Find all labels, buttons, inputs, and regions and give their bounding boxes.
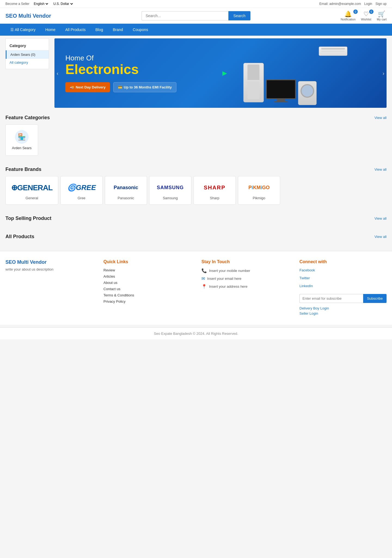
footer-link-review[interactable]: Review: [103, 268, 191, 272]
footer-link-privacy[interactable]: Privacy Policy: [103, 299, 191, 303]
footer-link-terms[interactable]: Terms & Conditions: [103, 293, 191, 297]
brand-name-panasonic: Panasonic: [111, 196, 141, 200]
notification-icon-container[interactable]: 🔔 0 Notification: [341, 11, 356, 21]
category-card-label: Arden Sears: [11, 146, 32, 150]
banner-prev-arrow[interactable]: ‹: [57, 70, 59, 76]
nav-brand[interactable]: Brand: [108, 24, 128, 36]
brand-card-pikmigo[interactable]: PiKMiGO Pikmigo: [238, 176, 280, 205]
brand-logo-sharp: SHARP: [199, 181, 230, 194]
subscribe-email-input[interactable]: [299, 294, 363, 303]
category-card-arden-sears[interactable]: 🏪 Arden Sears: [5, 124, 38, 156]
top-selling-view-all[interactable]: View all: [374, 216, 387, 220]
footer-stay-col: Stay In Touch 📞 Insert your mobile numbe…: [201, 259, 289, 317]
top-selling-header: Top Selling Product View all: [5, 216, 387, 221]
sidebar-item-arden-sears[interactable]: Arden Sears (0): [6, 50, 49, 59]
stay-phone: 📞 Insert your mobile number: [201, 268, 289, 273]
card-icon: 💳: [118, 85, 122, 89]
footer-bottom: Seo Expate Bangladesh © 2024. All Rights…: [0, 327, 392, 339]
email-icon: ✉: [201, 276, 205, 281]
search-button[interactable]: Search: [228, 11, 250, 20]
footer-quicklinks-col: Quick Links Review Articles About us Con…: [103, 259, 191, 317]
footer-link-articles[interactable]: Articles: [103, 274, 191, 278]
search-input[interactable]: [142, 11, 229, 20]
cart-icon-container[interactable]: 🛒 My cart: [377, 11, 387, 21]
subscribe-row: Subscribe: [299, 294, 387, 303]
menu-icon: ☰: [10, 27, 14, 32]
banner-next-arrow[interactable]: ›: [382, 70, 384, 76]
brand-card-sharp[interactable]: SHARP Sharp: [194, 176, 236, 205]
sidebar: Category Arden Sears (0) All category: [5, 38, 49, 69]
footer-quicklinks-title: Quick Links: [103, 259, 191, 264]
brand-card-panasonic[interactable]: Panasonic Panasonic: [105, 176, 147, 205]
truck-icon: 🚚: [70, 85, 74, 89]
footer-connect-title: Connect with: [299, 259, 387, 264]
sidebar-all-category[interactable]: All category: [6, 59, 49, 66]
brand-logo-general: ⊕GENERAL: [11, 181, 53, 194]
connect-links: Facebook Twitter LinkedIn: [299, 268, 387, 290]
top-selling-section: Top Selling Product View all: [0, 211, 392, 227]
copyright-text: Seo Expate Bangladesh © 2024. All Rights…: [154, 332, 238, 336]
stay-phone-text: Insert your mobile number: [209, 269, 250, 273]
banner-line1: Home Of: [65, 54, 176, 62]
ac-illustration: [319, 47, 347, 56]
notification-badge: 0: [353, 10, 358, 14]
fridge-illustration: [243, 63, 264, 102]
navbar: ☰ All Category Home All Products Blog Br…: [0, 24, 392, 36]
wishlist-icon-container[interactable]: ♡ 0 Wishlist: [361, 11, 371, 21]
feature-categories-section: Feature Categories View all 🏪 Arden Sear…: [0, 111, 392, 158]
footer-logo: SEO Multi Vendor: [5, 259, 93, 265]
cart-label: My cart: [377, 18, 387, 21]
footer-grid: SEO Multi Vendor write your about us des…: [5, 259, 387, 317]
nav-blog[interactable]: Blog: [90, 24, 108, 36]
delivery-boy-login-link[interactable]: Delivery Boy Login: [299, 306, 387, 310]
footer-connect-col: Connect with Facebook Twitter LinkedIn S…: [299, 259, 387, 317]
all-products-view-all[interactable]: View all: [374, 235, 387, 239]
all-products-header: All Products View all: [5, 234, 387, 240]
nav-coupons[interactable]: Coupons: [128, 24, 153, 36]
nav-all-products[interactable]: All Products: [60, 24, 91, 36]
notification-label: Notification: [341, 18, 356, 21]
login-link[interactable]: Login: [364, 2, 372, 6]
feature-categories-view-all[interactable]: View all: [374, 116, 387, 120]
brand-logo-pikmigo: PiKMiGO: [244, 181, 274, 194]
subscribe-button[interactable]: Subscribe: [363, 294, 387, 303]
search-bar: Search: [142, 11, 250, 20]
become-seller-link[interactable]: Become a Seller: [5, 2, 29, 6]
footer-about-col: SEO Multi Vendor write your about us des…: [5, 259, 93, 317]
currency-select[interactable]: U.S. Dollar: [52, 2, 74, 6]
feature-categories-title: Feature Categories: [5, 115, 50, 121]
footer-twitter-link[interactable]: Twitter: [299, 276, 387, 280]
feature-brands-section: Feature Brands View all ⊕GENERAL General…: [0, 162, 392, 207]
categories-grid: 🏪 Arden Sears: [5, 124, 387, 156]
footer-link-contact[interactable]: Contact us: [103, 287, 191, 291]
brand-name-sharp: Sharp: [199, 196, 230, 200]
brand-name-general: General: [11, 196, 53, 200]
seller-login-link[interactable]: Seller Login: [299, 311, 387, 315]
site-logo[interactable]: SEO Multi Vendor: [5, 13, 51, 19]
nav-all-category[interactable]: ☰ All Category: [5, 24, 40, 36]
top-bar-right: Email: admin@example.com Login Sign up: [319, 2, 387, 6]
cart-icon: 🛒: [377, 11, 387, 18]
brand-name-pikmigo: Pikmigo: [244, 196, 274, 200]
footer-facebook-link[interactable]: Facebook: [299, 268, 387, 272]
brand-card-gree[interactable]: 🌀GREE Gree: [60, 176, 103, 205]
stay-address: 📍 Insert your address here: [201, 284, 289, 289]
banner-play-button[interactable]: ▶: [222, 70, 227, 77]
sidebar-title: Category: [6, 41, 49, 50]
nav-home[interactable]: Home: [40, 24, 60, 36]
tv-illustration: [266, 79, 296, 102]
banner-badge-delivery: 🚚 Next Day Delivery: [65, 82, 110, 92]
banner-illustration: [204, 38, 387, 108]
signup-link[interactable]: Sign up: [375, 2, 387, 6]
brand-card-general[interactable]: ⊕GENERAL General: [5, 176, 58, 205]
language-select[interactable]: English: [33, 2, 49, 6]
brand-card-samsung[interactable]: SAMSUNG Samsung: [149, 176, 191, 205]
brand-logo-panasonic: Panasonic: [111, 181, 141, 194]
footer-linkedin-link[interactable]: LinkedIn: [299, 284, 387, 288]
hero-banner: Home Of Electronics 🚚 Next Day Delivery …: [54, 38, 387, 108]
feature-brands-view-all[interactable]: View all: [374, 167, 387, 171]
footer-login-links: Delivery Boy Login Seller Login: [299, 306, 387, 315]
footer-link-about[interactable]: About us: [103, 281, 191, 285]
wishlist-label: Wishlist: [361, 18, 371, 21]
phone-icon: 📞: [201, 268, 207, 273]
